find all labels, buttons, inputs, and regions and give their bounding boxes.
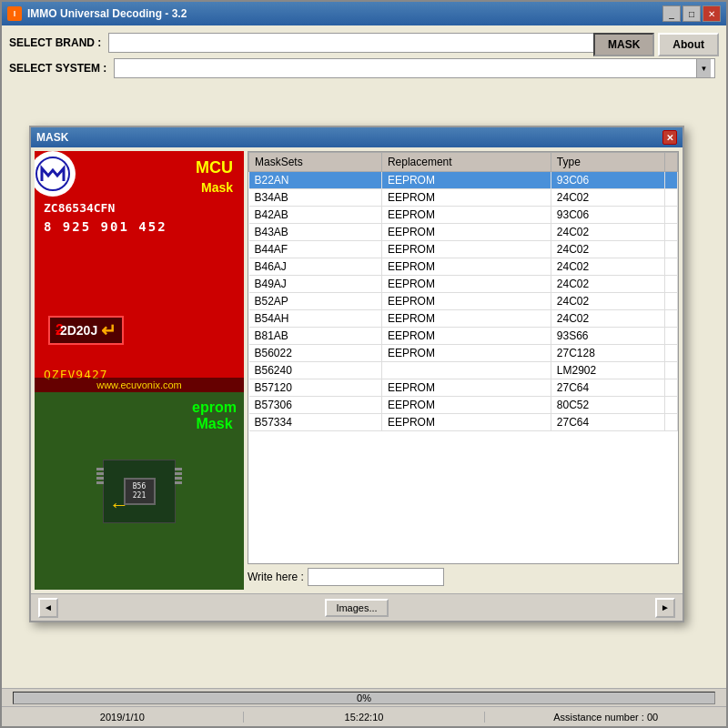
- pin: [175, 468, 182, 470]
- main-content: SELECT BRAND : ▼ MASK About SELECT SYSTE…: [2, 25, 726, 688]
- window-title: IMMO Universal Decoding - 3.2: [27, 7, 187, 20]
- chip-code-1: ZC86534CFN: [44, 201, 115, 215]
- cell-scroll-placeholder: [665, 224, 678, 241]
- title-bar: I IMMO Universal Decoding - 3.2 _ □ ✕: [2, 2, 726, 25]
- mcu-label: MCU: [196, 158, 233, 177]
- cell-type: 24C02: [551, 310, 664, 328]
- cell-maskset: B22AN: [249, 172, 382, 189]
- cell-scroll-placeholder: [665, 345, 678, 362]
- table-row[interactable]: B52APEEPROM24C02: [249, 293, 678, 310]
- table-row[interactable]: B46AJEEPROM24C02: [249, 258, 678, 276]
- cell-type: 24C02: [551, 258, 664, 276]
- table-row[interactable]: B22ANEEPROM93C06: [249, 172, 678, 189]
- col-type: Type: [551, 153, 664, 172]
- code-arrow: ↵: [101, 319, 116, 341]
- brand-combo[interactable]: ▼: [108, 33, 637, 53]
- mask-close-button[interactable]: ✕: [662, 130, 677, 145]
- cell-scroll-placeholder: [665, 172, 678, 189]
- cell-type: 24C02: [551, 224, 664, 241]
- chip-top-section: MCU Mask ZC86534CFN 8: [35, 151, 244, 392]
- mask-table-container[interactable]: MaskSets Replacement Type B22ANEEPROM93C…: [248, 151, 679, 564]
- images-button[interactable]: Images...: [325, 599, 388, 617]
- cell-maskset: B54AH: [249, 310, 382, 328]
- table-row[interactable]: B43ABEEPROM24C02: [249, 224, 678, 241]
- status-assistance: Assistance number : 00: [485, 712, 726, 723]
- system-combo[interactable]: ▼: [114, 58, 715, 78]
- eprom-label: eprom Mask: [192, 399, 237, 432]
- system-combo-arrow[interactable]: ▼: [696, 59, 711, 77]
- pin: [96, 472, 104, 475]
- cell-maskset: B57120: [249, 379, 382, 397]
- pin: [96, 481, 104, 484]
- select-system-label: SELECT SYSTEM :: [9, 62, 106, 75]
- cell-replacement: EEPROM: [381, 345, 551, 362]
- minimize-button[interactable]: _: [662, 5, 681, 22]
- maximize-button[interactable]: □: [682, 5, 701, 22]
- table-row[interactable]: B54AHEEPROM24C02: [249, 310, 678, 328]
- next-button[interactable]: ►: [655, 598, 675, 618]
- website-label: www.ecuvonix.com: [35, 378, 244, 392]
- cell-replacement: EEPROM: [381, 328, 551, 345]
- app-icon: I: [7, 6, 22, 21]
- close-button[interactable]: ✕: [703, 5, 721, 22]
- table-row[interactable]: B57120EEPROM27C64: [249, 379, 678, 397]
- motorola-symbol: [35, 151, 76, 197]
- cell-scroll-placeholder: [665, 189, 678, 207]
- cell-type: 93C06: [551, 207, 664, 224]
- code-box: 2 2D20J ↵: [48, 316, 124, 345]
- cell-replacement: EEPROM: [381, 258, 551, 276]
- cell-scroll-placeholder: [665, 414, 678, 431]
- write-input[interactable]: [308, 568, 444, 586]
- cell-replacement: EEPROM: [381, 224, 551, 241]
- mask-content: MCU Mask ZC86534CFN 8: [31, 147, 682, 593]
- table-row[interactable]: B57306EEPROM80C52: [249, 397, 678, 414]
- status-time: 15:22:10: [244, 712, 486, 723]
- mask-image-panel: MCU Mask ZC86534CFN 8: [35, 151, 244, 590]
- title-bar-left: I IMMO Universal Decoding - 3.2: [7, 6, 187, 21]
- cell-maskset: B52AP: [249, 293, 382, 310]
- cell-scroll-placeholder: [665, 207, 678, 224]
- about-button[interactable]: About: [658, 33, 719, 56]
- cell-type: 27C64: [551, 414, 664, 431]
- cell-maskset: B56240: [249, 362, 382, 379]
- progress-value: 0%: [357, 693, 371, 703]
- cell-maskset: B34AB: [249, 189, 382, 207]
- table-row[interactable]: B42ABEEPROM93C06: [249, 207, 678, 224]
- pin: [175, 472, 182, 475]
- prev-button[interactable]: ◄: [38, 598, 58, 618]
- cell-scroll-placeholder: [665, 379, 678, 397]
- chip-bottom-section: eprom Mask B56 221: [35, 392, 244, 590]
- table-row[interactable]: B49AJEEPROM24C02: [249, 276, 678, 293]
- write-row: Write here :: [248, 564, 679, 590]
- chip-code-2: 8 925 901 452: [44, 219, 167, 234]
- cell-maskset: B46AJ: [249, 258, 382, 276]
- cell-type: 27C64: [551, 379, 664, 397]
- table-row[interactable]: B56240LM2902: [249, 362, 678, 379]
- cell-replacement: EEPROM: [381, 189, 551, 207]
- cell-replacement: EEPROM: [381, 414, 551, 431]
- table-row[interactable]: B44AFEEPROM24C02: [249, 241, 678, 258]
- cell-replacement: EEPROM: [381, 293, 551, 310]
- cell-maskset: B43AB: [249, 224, 382, 241]
- cell-replacement: EEPROM: [381, 276, 551, 293]
- cell-type: 93S66: [551, 328, 664, 345]
- cell-scroll-placeholder: [665, 258, 678, 276]
- mask-button[interactable]: MASK: [593, 33, 654, 56]
- table-row[interactable]: B81ABEEPROM93S66: [249, 328, 678, 345]
- cell-maskset: B42AB: [249, 207, 382, 224]
- table-row[interactable]: B34ABEEPROM24C02: [249, 189, 678, 207]
- cell-replacement: EEPROM: [381, 397, 551, 414]
- main-window: I IMMO Universal Decoding - 3.2 _ □ ✕ SE…: [0, 0, 728, 728]
- cell-maskset: B81AB: [249, 328, 382, 345]
- table-row[interactable]: B56022EEPROM27C128: [249, 345, 678, 362]
- cell-scroll-placeholder: [665, 310, 678, 328]
- cell-type: 24C02: [551, 293, 664, 310]
- cell-replacement: EEPROM: [381, 379, 551, 397]
- table-row[interactable]: B57334EEPROM27C64: [249, 414, 678, 431]
- cell-scroll-placeholder: [665, 293, 678, 310]
- progress-bar: 0%: [13, 692, 715, 704]
- chip-arrow: ←: [109, 493, 129, 517]
- mask-table-body: B22ANEEPROM93C06B34ABEEPROM24C02B42ABEEP…: [249, 172, 678, 431]
- select-brand-label: SELECT BRAND :: [9, 36, 101, 49]
- cell-replacement: EEPROM: [381, 207, 551, 224]
